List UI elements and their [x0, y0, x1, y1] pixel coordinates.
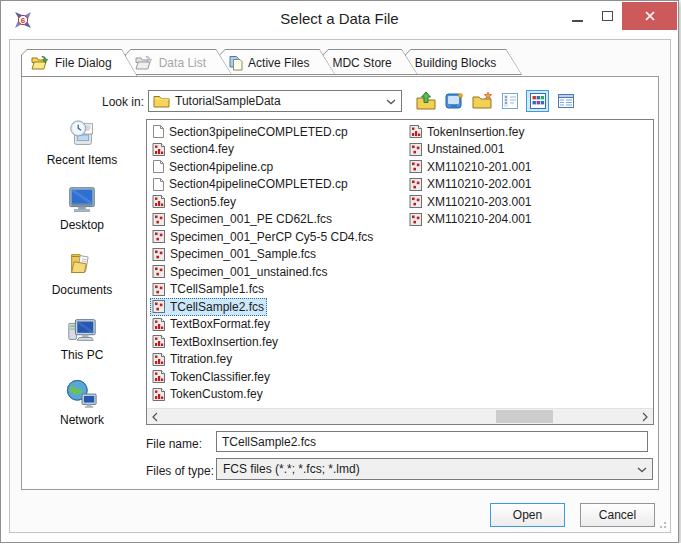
sidebar-item-documents[interactable]: Documents: [26, 249, 138, 297]
files-of-type-combobox[interactable]: FCS files (*.*; *.fcs; *.lmd): [216, 458, 653, 480]
file-label: section4.fey: [170, 142, 234, 156]
sidebar-item-this-pc[interactable]: This PC: [26, 314, 138, 362]
file-label: XM110210-204.001: [427, 212, 532, 226]
new-folder-button[interactable]: [470, 90, 493, 112]
sidebar-item-desktop[interactable]: Desktop: [26, 184, 138, 232]
sidebar-item-label: Network: [60, 413, 104, 427]
file-section4pipelinecompleted-cp[interactable]: Section4pipelineCOMPLETED.cp: [150, 176, 351, 194]
sidebar-item-label: Recent Items: [47, 153, 118, 167]
desktop-icon: [443, 91, 465, 111]
file-list[interactable]: Section3pipelineCOMPLETED.cpsection4.fey…: [146, 119, 654, 425]
file-label: XM110210-203.001: [427, 195, 532, 209]
close-icon: [644, 10, 656, 22]
details-view-icon: [555, 91, 577, 111]
look-in-combobox[interactable]: TutorialSampleData: [148, 90, 402, 112]
fey-file-icon: [152, 387, 166, 402]
cancel-button[interactable]: Cancel: [580, 503, 655, 527]
open-button[interactable]: Open: [490, 503, 565, 527]
fcs-file-icon: [152, 282, 166, 297]
thumbnails-view-button[interactable]: [526, 90, 549, 112]
fcs-file-icon: [409, 142, 423, 157]
up-one-level-button[interactable]: [414, 90, 437, 112]
file-tcellsample1-fcs[interactable]: TCellSample1.fcs: [150, 281, 267, 299]
minimize-button[interactable]: [562, 2, 592, 30]
fey-file-icon: [152, 317, 166, 332]
file-name-input[interactable]: TCellSample2.fcs: [216, 431, 648, 452]
tab-file-dialog[interactable]: File Dialog: [21, 49, 138, 77]
view-menu-button[interactable]: [498, 90, 521, 112]
file-xm110210-203-001[interactable]: XM110210-203.001: [407, 193, 535, 211]
fcs-file-icon: [409, 177, 423, 192]
file-label: TCellSample2.fcs: [170, 300, 264, 314]
maximize-button[interactable]: [592, 2, 622, 30]
file-titration-fey[interactable]: Titration.fey: [150, 351, 235, 369]
tab-data-list[interactable]: Data List: [125, 49, 232, 75]
fey-file-icon: [152, 142, 166, 157]
scroll-right-arrow-icon[interactable]: [637, 409, 653, 424]
details-view-button[interactable]: [554, 90, 577, 112]
fey-file-icon: [152, 369, 166, 384]
dialog-body-panel: File DialogData ListActive FilesMDC Stor…: [9, 39, 671, 533]
desktop-button[interactable]: [442, 90, 465, 112]
fcs-file-icon: [152, 229, 166, 244]
file-section4-fey[interactable]: section4.fey: [150, 141, 237, 159]
fey-file-icon: [409, 124, 423, 139]
file-section5-fey[interactable]: Section5.fey: [150, 193, 239, 211]
file-tokenclassifier-fey[interactable]: TokenClassifier.fey: [150, 368, 273, 386]
file-label: Specimen_001_PerCP Cy5-5 CD4.fcs: [170, 230, 373, 244]
file-xm110210-201-001[interactable]: XM110210-201.001: [407, 158, 535, 176]
horizontal-scrollbar[interactable]: [147, 408, 653, 424]
file-label: TokenInsertion.fey: [427, 125, 524, 139]
file-label: Specimen_001_unstained.fcs: [170, 265, 327, 279]
view-menu-icon: [499, 91, 521, 111]
file-xm110210-202-001[interactable]: XM110210-202.001: [407, 176, 535, 194]
places-sidebar: Recent ItemsDesktopDocumentsThis PCNetwo…: [26, 119, 138, 444]
sidebar-item-network[interactable]: Network: [26, 379, 138, 427]
file-section3pipelinecompleted-cp[interactable]: Section3pipelineCOMPLETED.cp: [150, 123, 351, 141]
maximize-icon: [602, 11, 613, 21]
file-specimen-001-unstained-fcs[interactable]: Specimen_001_unstained.fcs: [150, 263, 330, 281]
file-label: TokenClassifier.fey: [170, 370, 270, 384]
thumbnails-view-icon: [527, 91, 549, 111]
minimize-icon: [572, 20, 583, 22]
file-specimen-001-pe-cd62l-fcs[interactable]: Specimen_001_PE CD62L.fcs: [150, 211, 335, 229]
file-label: TokenCustom.fey: [170, 387, 263, 401]
file-label: Section4pipelineCOMPLETED.cp: [169, 177, 348, 191]
file-tcellsample2-fcs[interactable]: TCellSample2.fcs: [150, 298, 267, 316]
file-specimen-001-sample-fcs[interactable]: Specimen_001_Sample.fcs: [150, 246, 319, 264]
fcs-file-icon: [152, 264, 166, 279]
close-button[interactable]: [622, 2, 677, 30]
file-label: Specimen_001_PE CD62L.fcs: [170, 212, 332, 226]
file-label: Section4pipeline.cp: [169, 160, 273, 174]
file-unstained-001[interactable]: Unstained.001: [407, 141, 507, 159]
scroll-left-arrow-icon[interactable]: [147, 409, 163, 424]
look-in-value: TutorialSampleData: [175, 94, 281, 108]
chevron-down-icon: [386, 99, 396, 105]
scrollbar-thumb[interactable]: [496, 410, 553, 423]
file-textboxinsertion-fey[interactable]: TextBoxInsertion.fey: [150, 333, 281, 351]
sidebar-item-recent-items[interactable]: Recent Items: [26, 119, 138, 167]
file-column-1: Section3pipelineCOMPLETED.cpsection4.fey…: [150, 123, 407, 407]
file-tokencustom-fey[interactable]: TokenCustom.fey: [150, 386, 266, 404]
tab-building-blocks[interactable]: Building Blocks: [405, 49, 522, 75]
file-label: XM110210-201.001: [427, 160, 532, 174]
sidebar-item-label: Documents: [52, 283, 113, 297]
tab-active-files[interactable]: Active Files: [219, 49, 335, 75]
tab-label: Building Blocks: [415, 56, 496, 70]
file-xm110210-204-001[interactable]: XM110210-204.001: [407, 211, 535, 229]
documents-icon: [65, 249, 99, 281]
file-label: Specimen_001_Sample.fcs: [170, 247, 316, 261]
fey-file-icon: [152, 334, 166, 349]
file-column-2: TokenInsertion.feyUnstained.001XM110210-…: [407, 123, 535, 407]
file-tokeninsertion-fey[interactable]: TokenInsertion.fey: [407, 123, 527, 141]
files-of-type-label: Files of type:: [146, 464, 214, 478]
file-specimen-001-percp-cy5-5-cd4-fcs[interactable]: Specimen_001_PerCP Cy5-5 CD4.fcs: [150, 228, 376, 246]
tab-mdc-store[interactable]: MDC Store: [322, 49, 417, 75]
file-section4pipeline-cp[interactable]: Section4pipeline.cp: [150, 158, 276, 176]
titlebar[interactable]: 6 Select a Data File: [1, 1, 678, 39]
file-textboxformat-fey[interactable]: TextBoxFormat.fey: [150, 316, 273, 334]
resize-grip[interactable]: [657, 519, 667, 529]
cp-file-icon: [152, 124, 165, 139]
sidebar-item-label: This PC: [61, 348, 104, 362]
file-label: Unstained.001: [427, 142, 504, 156]
